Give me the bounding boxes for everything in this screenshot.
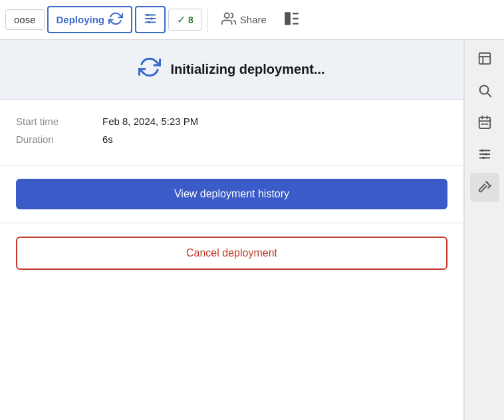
loading-icon: [138, 56, 161, 83]
svg-point-3: [147, 14, 150, 17]
sidebar-calendar-button[interactable]: [470, 109, 499, 138]
start-time-label: Start time: [16, 116, 102, 127]
svg-point-6: [224, 13, 229, 18]
layout-icon: [477, 51, 492, 69]
info-section: Start time Feb 8, 2024, 5:23 PM Duration…: [0, 100, 463, 165]
cancel-section: Cancel deployment: [0, 223, 463, 283]
sidebar-search-button[interactable]: [470, 77, 499, 106]
deploying-button[interactable]: Deploying: [47, 6, 133, 33]
svg-point-4: [150, 17, 153, 20]
right-sidebar: [464, 40, 504, 420]
svg-point-28: [482, 156, 485, 159]
duration-row: Duration 6s: [16, 134, 447, 145]
checkmark-icon: ✓: [177, 13, 186, 26]
hammer-icon: [477, 179, 492, 197]
share-button[interactable]: Share: [213, 7, 275, 32]
init-title: Initializing deployment...: [170, 62, 324, 77]
person-icon: [221, 11, 236, 28]
calendar-icon: [477, 115, 492, 133]
svg-rect-16: [479, 117, 490, 128]
menu-icon: [283, 10, 300, 29]
init-header: Initializing deployment...: [0, 40, 463, 100]
view-history-label: View deployment history: [174, 188, 289, 199]
check-count: 8: [188, 15, 193, 25]
main-layout: Initializing deployment... Start time Fe…: [0, 40, 504, 420]
menu-button[interactable]: [277, 6, 305, 33]
left-panel: Initializing deployment... Start time Fe…: [0, 40, 464, 420]
cancel-label: Cancel deployment: [186, 247, 277, 259]
svg-rect-7: [285, 12, 291, 25]
cancel-deployment-button[interactable]: Cancel deployment: [16, 237, 447, 270]
back-button[interactable]: oose: [5, 9, 45, 30]
svg-line-15: [487, 93, 491, 96]
svg-point-5: [148, 21, 150, 24]
start-time-value: Feb 8, 2024, 5:23 PM: [102, 116, 198, 127]
svg-point-27: [485, 153, 487, 156]
refresh-icon: [108, 11, 123, 28]
sidebar-build-button[interactable]: [470, 173, 499, 202]
start-time-row: Start time Feb 8, 2024, 5:23 PM: [16, 116, 447, 127]
duration-value: 6s: [102, 134, 113, 145]
sliders-icon: [477, 147, 492, 165]
sidebar-sliders-button[interactable]: [470, 141, 499, 170]
filter-button[interactable]: [135, 6, 166, 33]
view-history-button[interactable]: View deployment history: [16, 179, 447, 209]
sidebar-layout-button[interactable]: [470, 45, 499, 74]
svg-point-26: [481, 149, 483, 152]
toolbar: oose Deploying ✓ 8: [0, 0, 504, 40]
back-label: oose: [14, 14, 36, 25]
deploying-label: Deploying: [57, 14, 105, 25]
search-icon: [477, 83, 492, 101]
svg-rect-11: [479, 52, 490, 64]
view-history-section: View deployment history: [0, 165, 463, 223]
check-badge-button[interactable]: ✓ 8: [168, 9, 202, 31]
sliders-icon: [143, 11, 158, 28]
duration-label: Duration: [16, 134, 102, 145]
share-label: Share: [240, 14, 267, 25]
toolbar-divider: [207, 8, 208, 32]
